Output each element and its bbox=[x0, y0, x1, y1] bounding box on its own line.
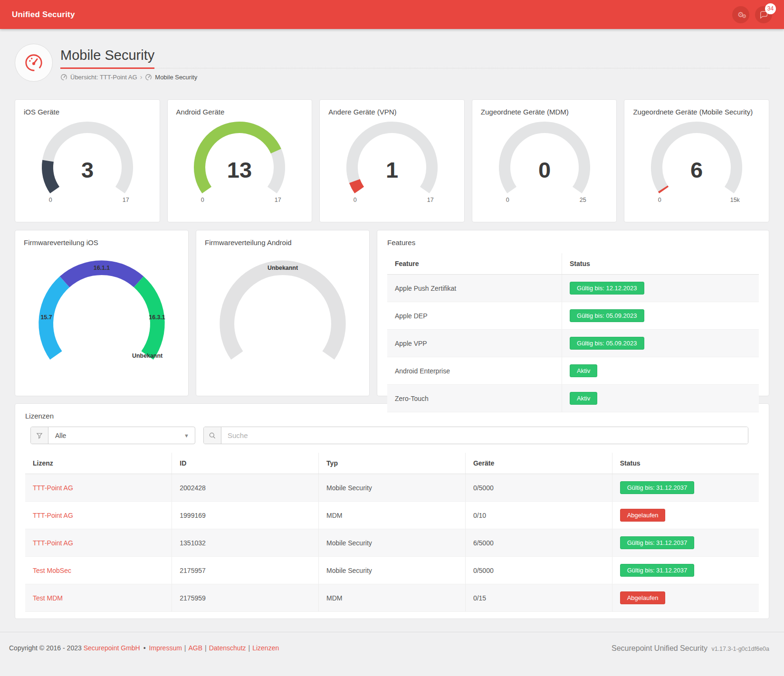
page-title: Mobile Security bbox=[60, 48, 154, 69]
svg-text:16.1.1: 16.1.1 bbox=[94, 265, 110, 271]
card-mdm-devices: Zugeordnete Geräte (MDM) 0025 bbox=[472, 99, 617, 222]
speedometer-icon bbox=[24, 53, 44, 73]
card-licenses: Lizenzen Alle ▼ bbox=[15, 403, 769, 619]
gauge-chart: 0025 bbox=[485, 117, 604, 205]
copyright-text: Copyright © 2016 - 2023 bbox=[9, 644, 82, 652]
svg-text:6: 6 bbox=[690, 157, 703, 182]
donut-firmware-android: Unbekannt bbox=[205, 252, 361, 380]
license-devices-cell: 0/15 bbox=[465, 584, 612, 612]
gauge-chart: 6015k bbox=[637, 117, 756, 205]
footer: Copyright © 2016 - 2023 Securepoint GmbH… bbox=[0, 632, 784, 653]
footer-link[interactable]: Datenschutz bbox=[209, 644, 246, 652]
settings-button[interactable]: ⚙⚙ bbox=[732, 6, 749, 23]
license-row: TTT-Point AG1351032Mobile Security6/5000… bbox=[25, 529, 759, 557]
product-version: v1.17.3-1-g0c1df6e0a bbox=[711, 646, 769, 652]
status-badge: Gültig bis: 31.12.2037 bbox=[620, 564, 694, 577]
status-badge: Gültig bis: 31.12.2037 bbox=[620, 536, 694, 549]
topbar: Unified Security ⚙⚙ 34 bbox=[0, 0, 784, 29]
feature-row: Apple VPPGültig bis: 05.09.2023 bbox=[387, 330, 759, 357]
page-header: Mobile Security Übersicht: TTT-Point AG … bbox=[0, 29, 784, 82]
license-id-cell: 2175957 bbox=[172, 557, 319, 584]
license-filter-select[interactable]: Alle ▼ bbox=[30, 427, 195, 444]
feature-name: Zero-Touch bbox=[387, 385, 562, 412]
license-link[interactable]: TTT-Point AG bbox=[33, 484, 73, 492]
feature-row: Apple Push ZertifikatGültig bis: 12.12.2… bbox=[387, 275, 759, 302]
license-id-cell: 1999169 bbox=[172, 502, 319, 529]
feature-row: Android EnterpriseAktiv bbox=[387, 357, 759, 385]
license-type-cell: Mobile Security bbox=[319, 529, 466, 557]
footer-link[interactable]: AGB bbox=[188, 644, 202, 652]
search-input[interactable] bbox=[221, 427, 748, 444]
license-type-cell: Mobile Security bbox=[319, 474, 466, 502]
gauge-mdm: 0025 bbox=[481, 117, 608, 205]
license-row: Test MDM2175959MDM0/15Abgelaufen bbox=[25, 584, 759, 612]
column-header-status: Status bbox=[612, 453, 759, 474]
feature-row: Zero-TouchAktiv bbox=[387, 385, 759, 412]
license-name-cell: TTT-Point AG bbox=[25, 529, 172, 557]
licenses-tbody: TTT-Point AG2002428Mobile Security0/5000… bbox=[25, 474, 759, 612]
license-link[interactable]: Test MDM bbox=[33, 594, 63, 602]
license-row: TTT-Point AG2002428Mobile Security0/5000… bbox=[25, 474, 759, 502]
license-id-cell: 2002428 bbox=[172, 474, 319, 502]
license-link[interactable]: TTT-Point AG bbox=[33, 512, 73, 519]
svg-text:15.7: 15.7 bbox=[40, 314, 52, 321]
bullet-separator: • bbox=[143, 644, 146, 652]
footer-separator: | bbox=[249, 644, 250, 652]
footer-link[interactable]: Lizenzen bbox=[252, 644, 279, 652]
license-row: TTT-Point AG1999169MDM0/10Abgelaufen bbox=[25, 502, 759, 529]
license-id-cell: 2175959 bbox=[172, 584, 319, 612]
chevron-right-icon: › bbox=[140, 73, 143, 81]
license-devices-cell: 0/5000 bbox=[465, 474, 612, 502]
company-link[interactable]: Securepoint GmbH bbox=[84, 644, 140, 652]
messages-button[interactable]: 34 bbox=[755, 6, 772, 23]
license-status-cell: Abgelaufen bbox=[612, 502, 759, 529]
status-badge: Gültig bis: 12.12.2023 bbox=[570, 282, 644, 295]
license-name-cell: TTT-Point AG bbox=[25, 474, 172, 502]
svg-text:16.3.1: 16.3.1 bbox=[149, 314, 165, 321]
feature-row: Apple DEPGültig bis: 05.09.2023 bbox=[387, 302, 759, 330]
features-header-row: Feature Status bbox=[387, 253, 759, 275]
svg-text:17: 17 bbox=[275, 197, 281, 203]
speedometer-icon bbox=[60, 74, 67, 81]
page-avatar bbox=[15, 44, 53, 82]
license-link[interactable]: Test MobSec bbox=[33, 567, 71, 574]
gauge-android: 13017 bbox=[176, 117, 304, 205]
svg-text:0: 0 bbox=[506, 197, 509, 203]
donut-chart: Unbekannt bbox=[205, 252, 361, 380]
license-row: Test MobSec2175957Mobile Security0/5000G… bbox=[25, 557, 759, 584]
license-link[interactable]: TTT-Point AG bbox=[33, 539, 73, 547]
feature-name: Apple VPP bbox=[387, 330, 562, 357]
breadcrumb-current: Mobile Security bbox=[155, 74, 197, 81]
search-icon bbox=[204, 427, 221, 444]
product-name: Securepoint Unified Security bbox=[612, 644, 708, 652]
svg-text:0: 0 bbox=[201, 197, 204, 203]
card-title: iOS Geräte bbox=[24, 108, 151, 116]
column-header-status: Status bbox=[562, 253, 759, 275]
topbar-actions: ⚙⚙ 34 bbox=[732, 6, 772, 23]
svg-text:17: 17 bbox=[427, 197, 434, 203]
feature-status-cell: Aktiv bbox=[562, 357, 759, 385]
svg-text:25: 25 bbox=[579, 197, 586, 203]
card-mobsec-devices: Zugeordnete Geräte (Mobile Security) 601… bbox=[624, 99, 769, 222]
status-badge: Aktiv bbox=[570, 392, 597, 405]
gauge-cards-row: iOS Geräte 3017 Android Geräte 13017 And… bbox=[15, 99, 769, 222]
svg-text:0: 0 bbox=[354, 197, 357, 203]
main-content: iOS Geräte 3017 Android Geräte 13017 And… bbox=[0, 99, 784, 619]
card-title: Andere Geräte (VPN) bbox=[328, 108, 456, 116]
feature-status-cell: Gültig bis: 12.12.2023 bbox=[562, 275, 759, 302]
breadcrumb-root[interactable]: Übersicht: TTT-Point AG bbox=[70, 74, 137, 81]
license-search bbox=[203, 427, 748, 444]
footer-right: Securepoint Unified Security v1.17.3-1-g… bbox=[612, 644, 769, 653]
speedometer-icon bbox=[145, 74, 152, 81]
title-underline: Mobile Security bbox=[60, 48, 770, 68]
column-header-lizenz: Lizenz bbox=[25, 453, 172, 474]
license-name-cell: TTT-Point AG bbox=[25, 502, 172, 529]
svg-text:3: 3 bbox=[81, 157, 94, 182]
license-type-cell: MDM bbox=[319, 584, 466, 612]
chevron-down-icon: ▼ bbox=[184, 427, 195, 444]
column-header-typ: Typ bbox=[319, 453, 466, 474]
license-filter-value: Alle bbox=[48, 427, 184, 444]
footer-link[interactable]: Impressum bbox=[149, 644, 182, 652]
card-firmware-android: Firmwareverteilung Android Unbekannt bbox=[196, 230, 370, 396]
card-title: Zugeordnete Geräte (Mobile Security) bbox=[633, 108, 760, 116]
